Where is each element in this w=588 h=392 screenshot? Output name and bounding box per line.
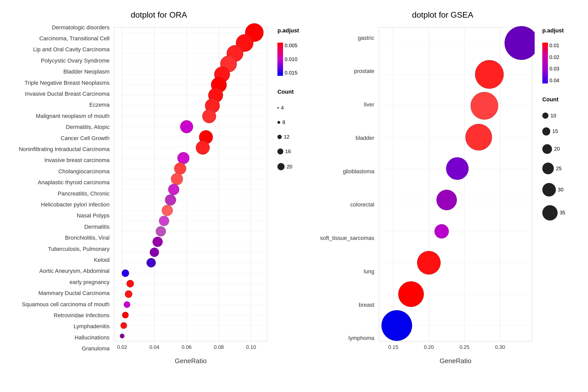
- ora-dot: [180, 120, 193, 133]
- gsea-count-row: 30: [542, 183, 565, 197]
- ora-y-label: Pancreatitis, Chronic: [58, 188, 109, 199]
- gsea-dot: [475, 60, 504, 89]
- svg-text:0.04: 0.04: [150, 344, 160, 350]
- ora-dot: [168, 184, 179, 195]
- ora-dot: [120, 334, 125, 338]
- ora-padjust-label: 0.015: [285, 70, 297, 76]
- ora-svg: 0.020.040.060.080.10: [112, 22, 270, 354]
- ora-dot: [146, 258, 156, 267]
- gsea-dot: [434, 224, 449, 239]
- ora-dot: [122, 312, 129, 318]
- main-container: dotplot for ORA Dermatologic disordersCa…: [0, 0, 588, 392]
- gsea-legend: p.adjust0.010.020.030.04Count10152025303…: [535, 22, 565, 365]
- gsea-padjust-label: 0.02: [549, 54, 559, 60]
- ora-title: dotplot for ORA: [131, 10, 187, 20]
- ora-dot: [127, 280, 134, 287]
- ora-count-row: 8: [277, 119, 299, 125]
- ora-y-label: Nasal Polyps: [77, 211, 109, 221]
- ora-dot: [159, 216, 169, 226]
- ora-dot: [122, 270, 129, 277]
- ora-dot: [156, 226, 166, 237]
- ora-y-label: Triple Negative Breast Neoplasms: [24, 78, 109, 88]
- ora-plot-area: Dermatologic disordersCarcinoma, Transit…: [19, 22, 299, 365]
- gsea-plot-area: gastricprostateliverbladderglioblastomac…: [320, 22, 565, 365]
- ora-y-label: Malignant neoplasm of mouth: [36, 111, 110, 121]
- ora-y-label: Dermatitis, Atopic: [66, 122, 109, 132]
- ora-y-label: Invasive Ductal Breast Carcinoma: [25, 89, 109, 99]
- gsea-y-axis: gastricprostateliverbladderglioblastomac…: [320, 22, 376, 354]
- gsea-svg: 0.150.200.250.30: [376, 22, 535, 354]
- gsea-padjust-label: 0.04: [549, 78, 559, 83]
- ora-y-label: Squamous cell carcinoma of mouth: [22, 299, 110, 310]
- gsea-chart-and-legend: 0.150.200.250.30 GeneRatio p.adjust0.010…: [376, 22, 565, 365]
- gsea-count-value: 30: [558, 187, 564, 193]
- ora-y-label: Keloid: [94, 255, 109, 265]
- gsea-count-circle: [542, 127, 550, 135]
- ora-y-label: Cancer Cell Growth: [60, 133, 109, 143]
- svg-rect-61: [542, 43, 548, 83]
- ora-y-label: Lip and Oral Cavity Carcinoma: [33, 44, 110, 55]
- ora-padjust-label: 0.005: [285, 43, 297, 48]
- ora-y-label: Dermatitis: [84, 222, 109, 232]
- gsea-count-circle: [542, 113, 548, 119]
- ora-dot: [162, 205, 173, 216]
- ora-y-label: Helicobacter pylori infection: [41, 200, 109, 210]
- gsea-y-label: colorectal: [350, 189, 374, 220]
- gsea-padjust-label: 0.03: [549, 66, 559, 72]
- ora-dot: [153, 237, 163, 247]
- ora-y-label: Invasive breast carcinoma: [44, 155, 110, 166]
- gsea-y-label: lung: [364, 256, 374, 287]
- gsea-dot: [398, 281, 424, 307]
- ora-y-label: Noninfiltrating Intraductal Carcinoma: [19, 144, 109, 154]
- gsea-dot: [471, 92, 498, 120]
- ora-count-row: 12: [277, 134, 299, 140]
- gsea-dot: [382, 310, 412, 341]
- ora-y-label: early pregnancy: [70, 277, 110, 287]
- ora-dot: [150, 248, 159, 257]
- gsea-padjust-legend-title: p.adjust: [542, 27, 565, 34]
- svg-text:0.10: 0.10: [246, 344, 256, 350]
- gsea-y-label: breast: [359, 289, 374, 321]
- gsea-count-value: 35: [560, 210, 565, 216]
- gsea-count-row: 25: [542, 163, 565, 174]
- ora-count-circle: [277, 163, 285, 170]
- ora-dot: [121, 322, 127, 329]
- gsea-dot: [446, 157, 469, 180]
- gsea-dot: [417, 251, 440, 275]
- ora-dot: [171, 173, 183, 185]
- ora-count-circle: [277, 121, 280, 124]
- ora-count-value: 8: [282, 119, 285, 125]
- ora-y-label: Hallucinations: [75, 332, 109, 343]
- ora-dot: [174, 163, 186, 175]
- ora-count-row: 20: [277, 163, 299, 170]
- ora-count-row: 16: [277, 149, 299, 154]
- ora-chart-wrapper: 0.020.040.060.080.10 GeneRatio: [112, 22, 270, 365]
- ora-count-legend-title: Count: [277, 89, 299, 95]
- gsea-count-legend-title: Count: [542, 96, 565, 103]
- ora-count-value: 16: [285, 149, 291, 154]
- ora-dot: [196, 141, 210, 155]
- gsea-count-value: 10: [550, 113, 556, 119]
- gsea-count-circle: [542, 144, 552, 154]
- gsea-y-label: prostate: [354, 56, 374, 87]
- svg-text:0.02: 0.02: [117, 344, 127, 350]
- gsea-gradient-bar: [542, 43, 548, 83]
- ora-count-value: 20: [287, 164, 292, 170]
- gsea-count-circle: [542, 183, 556, 197]
- ora-count-circle: [277, 135, 282, 139]
- ora-dot: [177, 152, 189, 164]
- ora-count-value: 12: [284, 134, 289, 140]
- ora-dot: [124, 301, 130, 308]
- ora-y-label: Aortic Aneurysm, Abdominal: [39, 266, 109, 276]
- svg-text:0.15: 0.15: [388, 344, 398, 350]
- ora-y-label: Cholangiocarcinoma: [58, 166, 110, 177]
- ora-count-circle: [277, 107, 279, 109]
- gsea-count-value: 15: [552, 128, 558, 134]
- gsea-count-value: 25: [556, 166, 561, 172]
- gsea-x-label: GeneRatio: [376, 357, 535, 365]
- gsea-padjust-label: 0.01: [549, 43, 559, 48]
- ora-y-label: Dermatologic disorders: [52, 22, 109, 33]
- ora-legend: p.adjust0.0050.0100.015Count48121620: [270, 22, 299, 365]
- svg-rect-41: [277, 43, 283, 76]
- gsea-count-row: 35: [542, 205, 565, 220]
